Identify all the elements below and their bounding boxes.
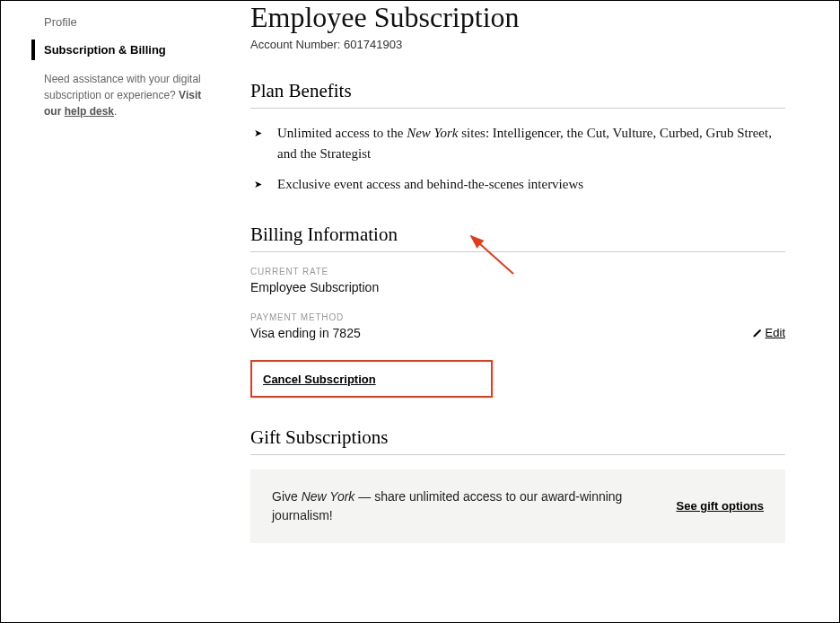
help-prefix: Need assistance with your digital subscr… (44, 73, 201, 101)
benefits-list: Unlimited access to the New York sites: … (250, 123, 785, 195)
benefit-item: Unlimited access to the New York sites: … (259, 123, 785, 163)
account-number: Account Number: 601741903 (250, 38, 785, 51)
help-desk-link[interactable]: help desk (65, 105, 114, 118)
gift-subscriptions-heading: Gift Subscriptions (250, 426, 785, 455)
benefit-item: Exclusive event access and behind-the-sc… (259, 174, 785, 195)
current-rate-value: Employee Subscription (250, 280, 785, 294)
main-content: Employee Subscription Account Number: 60… (225, 1, 839, 622)
edit-payment-link[interactable]: Edit (752, 326, 785, 339)
plan-benefits-section: Plan Benefits Unlimited access to the Ne… (250, 80, 785, 195)
billing-information-section: Billing Information CURRENT RATE Employe… (250, 224, 785, 398)
sidebar-item-subscription-billing[interactable]: Subscription & Billing (31, 39, 204, 60)
payment-method-value: Visa ending in 7825 (250, 326, 361, 340)
pencil-icon (752, 328, 762, 338)
billing-information-heading: Billing Information (250, 224, 785, 252)
sidebar-item-profile[interactable]: Profile (44, 12, 204, 32)
current-rate-label: CURRENT RATE (250, 267, 785, 276)
gift-box: Give New York — share unlimited access t… (250, 469, 785, 543)
gift-subscriptions-section: Gift Subscriptions Give New York — share… (250, 426, 785, 543)
gift-text: Give New York — share unlimited access t… (272, 487, 655, 525)
see-gift-options-link[interactable]: See gift options (677, 499, 765, 513)
payment-method-label: PAYMENT METHOD (250, 312, 785, 322)
cancel-subscription-link[interactable]: Cancel Subscription (263, 373, 376, 386)
sidebar: Profile Subscription & Billing Need assi… (1, 1, 225, 622)
cancel-subscription-highlight: Cancel Subscription (250, 360, 493, 398)
sidebar-help-text: Need assistance with your digital subscr… (44, 71, 204, 119)
plan-benefits-heading: Plan Benefits (250, 80, 785, 109)
page-title: Employee Subscription (250, 1, 785, 34)
